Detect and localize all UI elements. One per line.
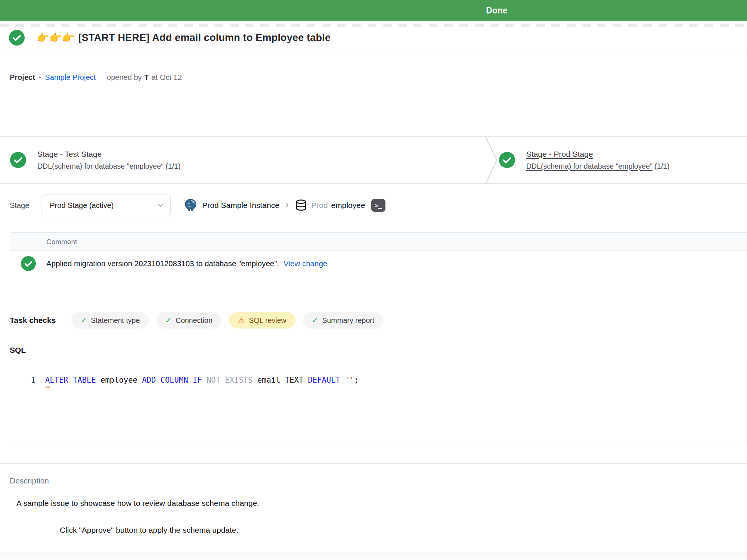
opened-at-text: at Oct 12 <box>152 73 182 82</box>
issue-title: 👉👉👉[START HERE] Add email column to Empl… <box>37 32 331 44</box>
task-checks-label: Task checks <box>10 316 56 325</box>
banner-dashed-edge <box>0 24 747 27</box>
project-label: Project <box>10 73 35 82</box>
task-check-label: Summary report <box>322 316 374 325</box>
stage-test-check-icon <box>10 152 26 168</box>
database-icon <box>295 199 307 212</box>
open-sql-editor-button[interactable]: >_ <box>371 199 385 212</box>
stage-prod-check-icon <box>499 152 515 168</box>
bottom-divider <box>0 553 747 560</box>
database-name: employee <box>331 201 365 210</box>
comment-table-header: Comment <box>10 232 747 251</box>
task-check-pill-statement-type[interactable]: ✓ Statement type <box>71 312 149 329</box>
stage-selector-row: Stage Prod Stage (active) Prod Sample In… <box>10 195 385 216</box>
task-check-pill-connection[interactable]: ✓ Connection <box>156 312 221 329</box>
stage-selector-label: Stage <box>10 201 29 210</box>
opened-by-text: opened by <box>107 73 142 82</box>
sql-editor[interactable]: 1ALTER TABLE employee ADD COLUMN IF NOT … <box>10 366 747 445</box>
banner-status-label: Done <box>459 0 534 21</box>
project-link[interactable]: Sample Project <box>45 73 96 82</box>
check-icon: ✓ <box>80 316 87 325</box>
postgresql-icon <box>183 198 198 212</box>
issue-title-text: [START HERE] Add email column to Employe… <box>78 32 331 43</box>
stage-prod-task-count: (1/1) <box>653 162 670 170</box>
stage-card-prod[interactable]: Stage - Prod Stage DDL(schema) for datab… <box>499 137 669 183</box>
task-check-label: Statement type <box>91 316 140 325</box>
sql-token: DEFAULT <box>308 376 345 385</box>
sql-code-line: 1ALTER TABLE employee ADD COLUMN IF NOT … <box>10 374 747 386</box>
sql-token: ADD COLUMN IF <box>142 376 207 385</box>
pointing-hand-emoji: 👉👉👉 <box>37 32 75 43</box>
section-divider <box>0 295 747 295</box>
task-check-label: SQL review <box>249 316 286 325</box>
project-row: Project - Sample Project opened by T at … <box>10 73 182 82</box>
stage-prod-task-link[interactable]: DDL(schema) for database "employee" <box>526 162 653 170</box>
stage-select-value: Prod Stage (active) <box>50 201 114 210</box>
description-label: Description <box>10 476 49 485</box>
sql-section-label: SQL <box>10 346 26 355</box>
sql-token: NOT EXISTS <box>207 376 257 385</box>
project-separator: - <box>39 73 41 82</box>
check-icon: ✓ <box>165 316 171 325</box>
description-paragraph: Click "Approve" button to apply the sche… <box>60 526 238 535</box>
issue-title-row: 👉👉👉[START HERE] Add email column to Empl… <box>9 30 331 46</box>
instance-name: Prod Sample Instance <box>202 201 279 210</box>
sql-token: employee <box>100 376 142 385</box>
creator-name: T <box>145 73 149 82</box>
section-divider <box>0 463 747 464</box>
task-check-pill-sql-review[interactable]: ⚠ SQL review <box>229 312 295 329</box>
comment-success-check-icon <box>21 256 36 271</box>
issue-done-check-icon <box>9 30 25 46</box>
task-check-label: Connection <box>176 316 213 325</box>
title-divider <box>0 56 747 56</box>
sql-token: email TEXT <box>257 376 308 385</box>
sql-warning-squiggle-icon <box>45 386 51 388</box>
stage-test-subtitle: DDL(schema) for database "employee" (1/1… <box>37 162 180 171</box>
stage-test-title: Stage - Test Stage <box>37 150 180 159</box>
task-check-pill-summary-report[interactable]: ✓ Summary report <box>303 312 384 329</box>
done-banner: Done <box>0 0 747 21</box>
check-icon: ✓ <box>312 316 318 325</box>
stage-prod-title[interactable]: Stage - Prod Stage <box>526 150 669 159</box>
warning-icon: ⚠ <box>238 316 245 325</box>
line-number: 1 <box>10 374 35 386</box>
stage-card-test[interactable]: Stage - Test Stage DDL(schema) for datab… <box>10 137 180 183</box>
task-checks-row: Task checks ✓ Statement type ✓ Connectio… <box>10 312 383 329</box>
comment-text: Applied migration version 20231012083103… <box>46 259 279 268</box>
database-environment-label: Prod <box>311 201 328 210</box>
stage-prod-subtitle: DDL(schema) for database "employee" (1/1… <box>526 162 669 171</box>
stage-select[interactable]: Prod Stage (active) <box>41 195 171 216</box>
stage-timeline: Stage - Test Stage DDL(schema) for datab… <box>0 136 747 184</box>
breadcrumb-chevron-icon: › <box>285 199 289 210</box>
comment-table: Comment Applied migration version 202310… <box>10 232 747 276</box>
sql-code: ALTER TABLE employee ADD COLUMN IF NOT E… <box>45 376 359 385</box>
view-change-link[interactable]: View change <box>283 259 327 268</box>
stage-chevron-separator-icon <box>485 137 498 184</box>
description-paragraph: A sample issue to showcase how to review… <box>16 499 259 508</box>
comment-row: Applied migration version 20231012083103… <box>10 251 747 276</box>
terminal-icon: >_ <box>375 202 382 209</box>
sql-token: ; <box>354 376 359 385</box>
sql-token: ALTER TABLE <box>45 376 100 385</box>
sql-token: '' <box>345 376 354 385</box>
issue-page: Done 👉👉👉[START HERE] Add email column to… <box>0 0 747 560</box>
chevron-down-icon <box>158 203 164 207</box>
